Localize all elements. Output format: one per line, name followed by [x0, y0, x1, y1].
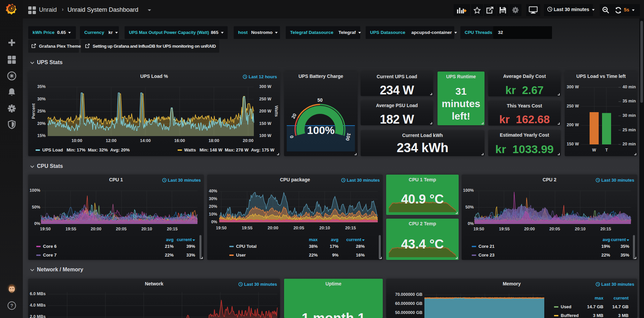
svg-text:20: 20 [290, 112, 297, 120]
svg-text:?: ? [10, 303, 13, 308]
svg-text:50: 50 [317, 97, 323, 103]
